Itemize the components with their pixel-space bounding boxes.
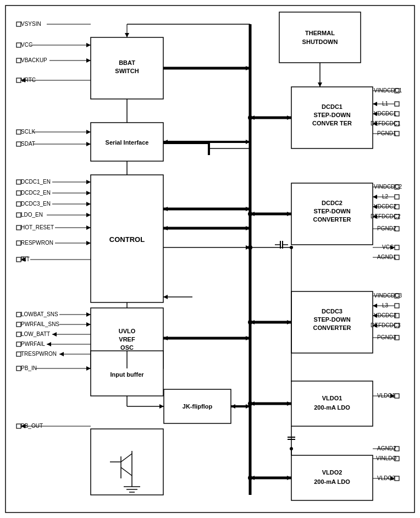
- svg-marker-120: [59, 352, 64, 356]
- svg-rect-68: [16, 142, 21, 146]
- svg-marker-67: [86, 130, 91, 134]
- svg-rect-64: [16, 130, 21, 134]
- svg-marker-112: [52, 332, 57, 337]
- svg-rect-16: [279, 12, 361, 63]
- svg-text:DCDC1_EN: DCDC1_EN: [21, 179, 51, 185]
- svg-point-257: [248, 401, 252, 406]
- svg-text:PB_IN: PB_IN: [21, 365, 37, 371]
- svg-rect-47: [16, 22, 21, 26]
- svg-text:STEP-DOWN: STEP-DOWN: [313, 112, 350, 118]
- svg-marker-217: [163, 226, 168, 230]
- svg-marker-91: [86, 225, 91, 230]
- svg-text:DCDC2: DCDC2: [322, 200, 342, 206]
- svg-rect-109: [16, 332, 21, 337]
- svg-text:DCDC3: DCDC3: [322, 308, 342, 315]
- svg-text:CONVERTER: CONVERTER: [313, 216, 351, 223]
- svg-text:CONVER TER: CONVER TER: [312, 120, 352, 126]
- svg-rect-31: [291, 381, 373, 426]
- svg-text:CONTROL: CONTROL: [109, 235, 145, 244]
- svg-rect-80: [16, 202, 21, 206]
- svg-marker-55: [86, 43, 91, 47]
- svg-point-258: [248, 476, 252, 480]
- svg-text:THERMAL: THERMAL: [305, 30, 335, 36]
- svg-marker-243: [163, 295, 168, 299]
- svg-point-256: [248, 115, 252, 120]
- svg-marker-59: [86, 58, 91, 63]
- svg-marker-124: [86, 366, 91, 371]
- svg-marker-214: [163, 207, 168, 211]
- svg-marker-75: [86, 180, 91, 184]
- svg-rect-56: [16, 58, 21, 63]
- svg-text:PWRFAIL: PWRFAIL: [21, 341, 45, 347]
- svg-rect-105: [16, 322, 21, 327]
- svg-marker-71: [86, 142, 91, 146]
- svg-text:VLDO2: VLDO2: [322, 469, 342, 476]
- svg-marker-135: [373, 102, 377, 106]
- svg-rect-121: [16, 366, 21, 371]
- svg-rect-165: [395, 245, 399, 250]
- svg-rect-125: [16, 424, 21, 428]
- svg-text:LOWBAT_SNS: LOWBAT_SNS: [21, 311, 58, 317]
- svg-marker-239: [287, 320, 291, 324]
- svg-marker-245: [318, 82, 322, 87]
- svg-text:200-mA LDO: 200-mA LDO: [314, 478, 350, 485]
- svg-marker-230: [287, 476, 291, 480]
- svg-rect-84: [16, 213, 21, 217]
- svg-text:HOT_RESET: HOT_RESET: [21, 224, 54, 230]
- svg-rect-0: [5, 5, 415, 513]
- svg-marker-87: [86, 213, 91, 217]
- svg-text:JK-flipflop: JK-flipflop: [183, 403, 213, 410]
- svg-text:PWRFAIL_SNS: PWRFAIL_SNS: [21, 321, 59, 327]
- svg-marker-83: [86, 202, 91, 206]
- svg-text:Serial Interface: Serial Interface: [106, 139, 149, 146]
- svg-rect-113: [16, 342, 21, 346]
- svg-marker-220: [163, 336, 168, 340]
- svg-marker-95: [86, 241, 91, 245]
- svg-text:STEP-DOWN: STEP-DOWN: [313, 208, 350, 214]
- svg-text:VLDO1: VLDO1: [322, 395, 342, 401]
- svg-rect-52: [16, 43, 21, 47]
- svg-rect-150: [395, 195, 399, 199]
- svg-text:TRESPWRON: TRESPWRON: [21, 351, 57, 357]
- svg-rect-60: [16, 78, 21, 82]
- svg-rect-37: [91, 429, 163, 495]
- svg-rect-132: [395, 102, 399, 106]
- svg-marker-223: [231, 404, 235, 409]
- svg-text:VSYSIN: VSYSIN: [21, 21, 41, 27]
- svg-marker-153: [373, 195, 377, 199]
- svg-marker-104: [86, 312, 91, 317]
- svg-rect-96: [16, 257, 21, 262]
- svg-rect-88: [16, 225, 21, 230]
- svg-text:BBAT: BBAT: [119, 59, 135, 66]
- svg-text:SWITCH: SWITCH: [115, 68, 139, 74]
- svg-text:Input buffer: Input buffer: [110, 371, 144, 378]
- svg-rect-76: [16, 191, 21, 195]
- svg-marker-108: [86, 322, 91, 327]
- svg-rect-92: [16, 241, 21, 245]
- svg-text:CONVERTER: CONVERTER: [313, 324, 351, 331]
- svg-marker-227: [287, 401, 291, 406]
- svg-text:OSC: OSC: [120, 344, 134, 351]
- svg-text:200-mA LDO: 200-mA LDO: [314, 404, 350, 411]
- svg-point-254: [248, 320, 252, 324]
- svg-rect-72: [16, 180, 21, 184]
- svg-rect-34: [291, 455, 373, 500]
- svg-text:DCDC3_EN: DCDC3_EN: [21, 201, 51, 207]
- svg-text:RESPWRON: RESPWRON: [21, 240, 53, 246]
- svg-text:VBACKUP: VBACKUP: [21, 57, 47, 63]
- svg-rect-117: [16, 352, 21, 356]
- svg-marker-248: [159, 404, 164, 409]
- diagram-container: BBAT SWITCH Serial Interface CONTROL UVL…: [0, 0, 420, 518]
- svg-rect-200: [395, 476, 399, 481]
- svg-text:LOW_BATT: LOW_BATT: [21, 331, 50, 337]
- svg-text:SHUTDOWN: SHUTDOWN: [302, 38, 338, 45]
- svg-marker-236: [287, 212, 291, 216]
- svg-text:DCDC2_EN: DCDC2_EN: [21, 190, 51, 196]
- svg-text:STEP-DOWN: STEP-DOWN: [313, 316, 350, 323]
- svg-rect-101: [16, 312, 21, 317]
- svg-point-255: [248, 212, 252, 216]
- svg-text:DCDC1: DCDC1: [322, 103, 342, 110]
- svg-marker-178: [373, 304, 377, 308]
- diagram-svg: BBAT SWITCH Serial Interface CONTROL UVL…: [0, 0, 420, 518]
- svg-rect-175: [395, 304, 399, 308]
